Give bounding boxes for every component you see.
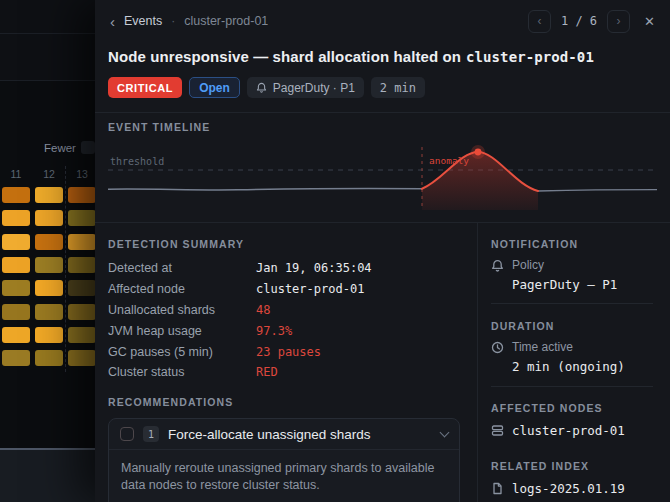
divider [95,112,670,113]
heatmap-cell[interactable] [68,210,96,226]
clock-icon [491,341,504,354]
detection-row-label: Unallocated shards [108,303,215,317]
related-index-row: logs-2025.01.19 [491,480,653,496]
detection-row: Detected atJan 19, 06:35:04 [108,258,460,279]
heatmap-legend-label: Fewer [44,142,76,154]
divider [491,386,653,387]
heatmap-cell[interactable] [68,327,96,343]
heatmap-cell[interactable] [35,187,63,203]
recommendation-card: 1 Force-allocate unassigned shards Manua… [108,418,460,502]
back-chevron-icon[interactable]: ‹ [110,14,115,29]
recommendation-description: Manually reroute unassigned primary shar… [109,450,459,502]
heatmap-column-label: 11 [2,168,30,180]
heatmap-cell[interactable] [2,234,30,250]
heatmap-column-label: 13 [68,168,96,180]
policy-row: Policy [491,257,653,273]
prev-event-button[interactable]: ‹ [528,10,551,33]
detection-row: JVM heap usage97.3% [108,320,460,341]
heatmap-cell[interactable] [68,187,96,203]
recommendation-title: Force-allocate unassigned shards [168,427,432,442]
policy-label: Policy [512,258,544,272]
bell-icon [256,82,267,93]
heatmap-legend-swatch [81,141,95,154]
detection-row-label: Affected node [108,282,185,296]
chevron-down-icon[interactable] [440,427,450,437]
heatmap-cell[interactable] [35,234,63,250]
recommendation-header[interactable]: 1 Force-allocate unassigned shards [109,419,459,450]
detection-row-value: cluster-prod-01 [256,282,364,296]
heatmap-cell[interactable] [2,350,30,366]
policy-value: PagerDuty — P1 [512,277,653,292]
heatmap-cursor-dashed-line [65,166,66,372]
event-title-cluster-code: cluster-prod-01 [466,49,594,65]
anomaly-peak-dot [475,149,482,156]
notification-badge-label: PagerDuty · P1 [273,81,355,95]
affected-node-value[interactable]: cluster-prod-01 [512,423,625,438]
metric-baseline-left [108,189,422,190]
heatmap-cell[interactable] [35,257,63,273]
metric-baseline-right [538,190,657,191]
notification-section-label: NOTIFICATION [491,238,653,250]
heatmap-cell[interactable] [35,350,63,366]
divider [95,222,670,223]
event-title: Node unresponsive — shard allocation hal… [108,48,656,65]
related-index-section-label: RELATED INDEX [491,460,653,472]
heatmap-cell[interactable] [68,234,96,250]
heatmap-column-label: 12 [35,168,63,180]
status-badge[interactable]: Open [189,77,240,98]
heatmap-cell[interactable] [35,327,63,343]
related-index-value[interactable]: logs-2025.01.19 [512,481,625,496]
detection-row: Affected nodecluster-prod-01 [108,279,460,300]
sidebar-divider [477,222,478,502]
screen: Fewer 11 12 13 ‹ Events · cluster-prod-0… [0,0,670,502]
heatmap-cell[interactable] [2,257,30,273]
anomaly-label: anomaly [429,155,469,166]
recommendation-checkbox[interactable] [120,427,134,441]
detection-row-value: 23 pauses [256,345,321,359]
heatmap-cell[interactable] [68,280,96,296]
detection-row: Cluster statusRED [108,362,460,383]
notification-badge[interactable]: PagerDuty · P1 [247,77,364,98]
duration-section-label: DURATION [491,320,653,332]
heatmap-cell[interactable] [2,187,30,203]
server-icon [491,424,504,437]
event-detail-panel: ‹ Events · cluster-prod-01 ‹ 1 / 6 › ✕ N… [95,0,670,502]
heatmap-cell[interactable] [35,304,63,320]
detection-row-label: JVM heap usage [108,324,202,338]
detection-row: GC pauses (5 min)23 pauses [108,341,460,362]
affected-nodes-section-label: AFFECTED NODES [491,402,653,414]
heatmap-cell[interactable] [2,304,30,320]
heatmap-cell[interactable] [35,210,63,226]
breadcrumb-events[interactable]: Events [124,14,162,28]
heatmap-cell[interactable] [68,350,96,366]
heatmap-cell[interactable] [35,280,63,296]
affected-node-row: cluster-prod-01 [491,422,653,438]
severity-badge: CRITICAL [108,77,182,98]
heatmap-cell[interactable] [68,304,96,320]
event-title-text: Node unresponsive — shard allocation hal… [108,48,461,65]
document-icon [491,482,504,495]
pagination: ‹ 1 / 6 › ✕ [528,10,655,33]
pagination-position: 1 / 6 [561,14,597,28]
detail-sidebar: NOTIFICATION Policy PagerDuty — P1 DURAT… [491,238,653,496]
bell-icon [491,259,504,272]
time-active-value: 2 min (ongoing) [512,359,653,374]
detection-row-value: Jan 19, 06:35:04 [256,261,372,275]
next-event-button[interactable]: › [607,10,630,33]
heatmap-cell[interactable] [2,210,30,226]
timeline-section-label: EVENT TIMELINE [108,121,210,133]
detection-row-label: Cluster status [108,365,184,379]
divider [491,303,653,304]
recommendations-section-label: RECOMMENDATIONS [108,396,233,408]
event-timeline-chart: anomaly [108,140,657,210]
heatmap-cell[interactable] [2,280,30,296]
detection-row-label: Detected at [108,261,172,275]
heatmap-cell[interactable] [68,257,96,273]
detection-row: Unallocated shards48 [108,300,460,321]
detection-row-value: 48 [256,303,270,317]
breadcrumb-context: cluster-prod-01 [184,14,268,28]
heatmap-cell[interactable] [2,327,30,343]
time-active-row: Time active [491,339,653,355]
recommendation-index-badge: 1 [143,426,159,442]
close-icon[interactable]: ✕ [644,14,655,29]
